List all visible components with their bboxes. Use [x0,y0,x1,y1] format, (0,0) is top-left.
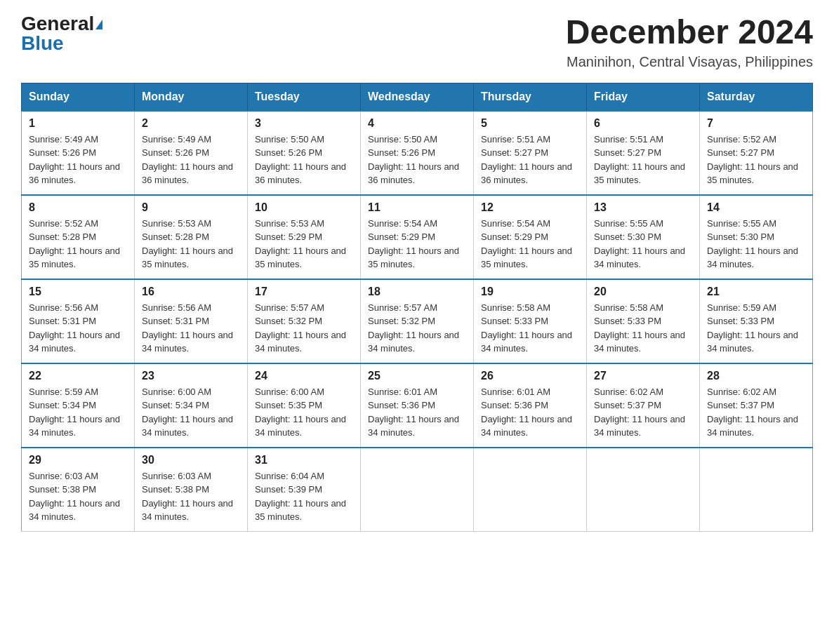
day-number: 25 [368,370,466,382]
location-subtitle: Maninihon, Central Visayas, Philippines [566,54,813,70]
day-info: Sunrise: 5:58 AM Sunset: 5:33 PM Dayligh… [481,301,579,356]
calendar-week-4: 22 Sunrise: 5:59 AM Sunset: 5:34 PM Dayl… [22,363,813,448]
day-number: 9 [142,201,240,214]
day-info: Sunrise: 6:00 AM Sunset: 5:34 PM Dayligh… [142,385,240,440]
sunrise-label: Sunrise: 5:51 AM [594,134,663,145]
day-number: 6 [594,117,692,130]
col-monday: Monday [135,83,248,111]
sunset-label: Sunset: 5:37 PM [594,400,661,410]
sunrise-label: Sunrise: 5:50 AM [255,134,324,145]
sunset-label: Sunset: 5:30 PM [707,232,774,242]
calendar-cell: 1 Sunrise: 5:49 AM Sunset: 5:26 PM Dayli… [22,111,135,195]
logo-general-text: General [21,13,94,34]
col-tuesday: Tuesday [248,83,361,111]
daylight-label: Daylight: 11 hours and 34 minutes. [368,330,459,354]
day-number: 20 [594,286,692,298]
daylight-label: Daylight: 11 hours and 35 minutes. [481,246,572,270]
sunset-label: Sunset: 5:38 PM [29,484,96,495]
sunset-label: Sunset: 5:26 PM [29,147,96,158]
day-number: 16 [142,286,240,298]
daylight-label: Daylight: 11 hours and 34 minutes. [142,330,233,354]
day-info: Sunrise: 5:56 AM Sunset: 5:31 PM Dayligh… [142,301,240,356]
day-info: Sunrise: 6:00 AM Sunset: 5:35 PM Dayligh… [255,385,353,440]
sunrise-label: Sunrise: 5:57 AM [255,302,324,313]
day-number: 21 [707,286,805,298]
day-number: 17 [255,286,353,298]
sunset-label: Sunset: 5:30 PM [594,232,661,242]
calendar-cell: 11 Sunrise: 5:54 AM Sunset: 5:29 PM Dayl… [361,195,474,279]
day-info: Sunrise: 6:01 AM Sunset: 5:36 PM Dayligh… [368,385,466,440]
calendar-cell: 30 Sunrise: 6:03 AM Sunset: 5:38 PM Dayl… [135,448,248,532]
day-info: Sunrise: 6:03 AM Sunset: 5:38 PM Dayligh… [142,469,240,524]
daylight-label: Daylight: 11 hours and 35 minutes. [707,161,798,186]
logo-blue-text: Blue [21,32,64,54]
calendar-cell: 31 Sunrise: 6:04 AM Sunset: 5:39 PM Dayl… [248,448,361,532]
sunrise-label: Sunrise: 5:57 AM [368,302,437,313]
calendar-cell: 2 Sunrise: 5:49 AM Sunset: 5:26 PM Dayli… [135,111,248,195]
daylight-label: Daylight: 11 hours and 36 minutes. [481,161,572,186]
sunset-label: Sunset: 5:35 PM [255,400,322,410]
sunset-label: Sunset: 5:29 PM [481,232,548,242]
daylight-label: Daylight: 11 hours and 34 minutes. [707,246,798,270]
calendar-cell: 20 Sunrise: 5:58 AM Sunset: 5:33 PM Dayl… [587,279,700,363]
col-friday: Friday [587,83,700,111]
sunrise-label: Sunrise: 6:02 AM [707,387,776,397]
sunset-label: Sunset: 5:34 PM [142,400,209,410]
daylight-label: Daylight: 11 hours and 34 minutes. [481,330,572,354]
day-number: 15 [29,286,127,298]
calendar-cell [587,448,700,532]
day-info: Sunrise: 5:49 AM Sunset: 5:26 PM Dayligh… [142,133,240,187]
sunrise-label: Sunrise: 5:55 AM [707,218,776,229]
day-info: Sunrise: 5:51 AM Sunset: 5:27 PM Dayligh… [481,133,579,187]
sunrise-label: Sunrise: 5:51 AM [481,134,550,145]
sunset-label: Sunset: 5:29 PM [255,232,322,242]
day-info: Sunrise: 5:53 AM Sunset: 5:29 PM Dayligh… [255,217,353,271]
day-info: Sunrise: 5:52 AM Sunset: 5:28 PM Dayligh… [29,217,127,271]
day-number: 29 [29,454,127,467]
daylight-label: Daylight: 11 hours and 34 minutes. [368,414,459,438]
sunset-label: Sunset: 5:32 PM [255,316,322,326]
day-number: 19 [481,286,579,298]
sunset-label: Sunset: 5:38 PM [142,484,209,495]
sunset-label: Sunset: 5:37 PM [707,400,774,410]
day-info: Sunrise: 5:53 AM Sunset: 5:28 PM Dayligh… [142,217,240,271]
sunset-label: Sunset: 5:27 PM [707,147,774,158]
col-sunday: Sunday [22,83,135,111]
day-info: Sunrise: 5:49 AM Sunset: 5:26 PM Dayligh… [29,133,127,187]
day-info: Sunrise: 5:52 AM Sunset: 5:27 PM Dayligh… [707,133,805,187]
title-block: December 2024 Maninihon, Central Visayas… [566,14,813,70]
sunrise-label: Sunrise: 5:58 AM [594,302,663,313]
calendar-cell: 26 Sunrise: 6:01 AM Sunset: 5:36 PM Dayl… [474,363,587,448]
sunset-label: Sunset: 5:33 PM [481,316,548,326]
col-thursday: Thursday [474,83,587,111]
calendar-cell: 21 Sunrise: 5:59 AM Sunset: 5:33 PM Dayl… [700,279,813,363]
calendar-cell: 19 Sunrise: 5:58 AM Sunset: 5:33 PM Dayl… [474,279,587,363]
daylight-label: Daylight: 11 hours and 34 minutes. [594,414,685,438]
sunrise-label: Sunrise: 5:54 AM [368,218,437,229]
calendar-cell: 29 Sunrise: 6:03 AM Sunset: 5:38 PM Dayl… [22,448,135,532]
calendar-cell: 17 Sunrise: 5:57 AM Sunset: 5:32 PM Dayl… [248,279,361,363]
calendar-table: Sunday Monday Tuesday Wednesday Thursday… [21,83,813,532]
daylight-label: Daylight: 11 hours and 35 minutes. [368,246,459,270]
day-info: Sunrise: 5:54 AM Sunset: 5:29 PM Dayligh… [481,217,579,271]
sunrise-label: Sunrise: 6:03 AM [142,471,211,481]
day-info: Sunrise: 5:50 AM Sunset: 5:26 PM Dayligh… [368,133,466,187]
calendar-cell: 28 Sunrise: 6:02 AM Sunset: 5:37 PM Dayl… [700,363,813,448]
sunset-label: Sunset: 5:26 PM [368,147,435,158]
calendar-cell: 13 Sunrise: 5:55 AM Sunset: 5:30 PM Dayl… [587,195,700,279]
sunrise-label: Sunrise: 5:54 AM [481,218,550,229]
daylight-label: Daylight: 11 hours and 34 minutes. [255,330,346,354]
sunset-label: Sunset: 5:26 PM [255,147,322,158]
sunrise-label: Sunrise: 6:01 AM [368,387,437,397]
calendar-week-3: 15 Sunrise: 5:56 AM Sunset: 5:31 PM Dayl… [22,279,813,363]
daylight-label: Daylight: 11 hours and 34 minutes. [29,414,120,438]
calendar-week-5: 29 Sunrise: 6:03 AM Sunset: 5:38 PM Dayl… [22,448,813,532]
calendar-header-row: Sunday Monday Tuesday Wednesday Thursday… [22,83,813,111]
sunset-label: Sunset: 5:27 PM [594,147,661,158]
sunrise-label: Sunrise: 6:02 AM [594,387,663,397]
calendar-cell: 3 Sunrise: 5:50 AM Sunset: 5:26 PM Dayli… [248,111,361,195]
sunrise-label: Sunrise: 5:52 AM [707,134,776,145]
calendar-cell: 8 Sunrise: 5:52 AM Sunset: 5:28 PM Dayli… [22,195,135,279]
day-number: 14 [707,201,805,214]
day-number: 28 [707,370,805,382]
